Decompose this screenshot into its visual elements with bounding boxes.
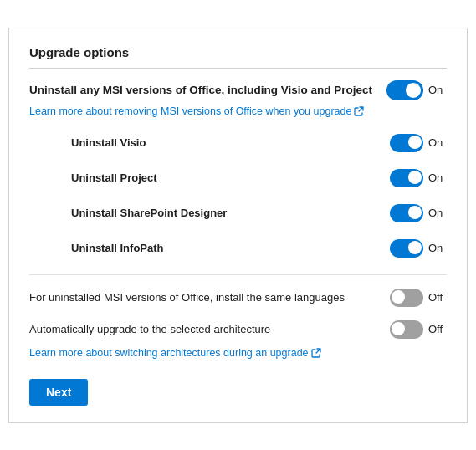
learn-more-text-2: Learn more about switching architectures… xyxy=(29,347,309,359)
sub-toggle-knob-project xyxy=(408,171,422,184)
sub-toggle-group-project: On xyxy=(390,169,447,187)
next-button[interactable]: Next xyxy=(29,379,88,406)
sub-toggle-group-sharepoint: On xyxy=(390,204,447,222)
sub-toggle-status-visio: On xyxy=(428,136,447,149)
bottom-toggle-architecture[interactable] xyxy=(390,320,423,339)
main-toggle[interactable] xyxy=(386,80,423,100)
sub-toggle-knob-visio xyxy=(408,136,422,149)
bottom-toggle-group-languages: Off xyxy=(390,289,447,307)
sub-option-label-visio: Uninstall Visio xyxy=(71,136,146,149)
sub-toggle-group-infopath: On xyxy=(390,239,447,258)
learn-more-anchor-1[interactable]: Learn more about removing MSI versions o… xyxy=(29,105,364,117)
bottom-toggle-knob-architecture xyxy=(392,322,405,335)
main-toggle-knob xyxy=(406,83,421,98)
bottom-toggle-status-architecture: Off xyxy=(428,323,447,335)
sub-option-row-visio: Uninstall Visio On xyxy=(71,125,447,161)
bottom-toggle-group-architecture: Off xyxy=(390,320,447,339)
sub-option-row-sharepoint: Uninstall SharePoint Designer On xyxy=(71,196,447,231)
bottom-option-label-languages: For uninstalled MSI versions of Office, … xyxy=(29,291,389,304)
sub-toggle-status-infopath: On xyxy=(428,242,447,254)
bottom-toggle-status-languages: Off xyxy=(428,291,447,304)
sub-option-label-project: Uninstall Project xyxy=(71,171,157,184)
bottom-option-row-architecture: Automatically upgrade to the selected ar… xyxy=(29,314,447,345)
page-title: Upgrade options xyxy=(29,45,447,69)
sub-option-row-infopath: Uninstall InfoPath On xyxy=(71,231,447,266)
sub-toggle-group-visio: On xyxy=(390,134,447,152)
sub-toggle-knob-sharepoint xyxy=(408,206,422,219)
sub-option-label-infopath: Uninstall InfoPath xyxy=(71,242,164,254)
sub-toggle-project[interactable] xyxy=(390,169,423,187)
sub-toggle-sharepoint[interactable] xyxy=(390,204,423,222)
main-toggle-group: On xyxy=(386,80,447,100)
main-toggle-status: On xyxy=(428,84,447,96)
external-link-icon-1 xyxy=(354,106,364,116)
sub-option-label-sharepoint: Uninstall SharePoint Designer xyxy=(71,207,227,219)
bottom-toggle-knob-languages xyxy=(392,290,405,304)
sub-options-container: Uninstall Visio On Uninstall Project On … xyxy=(71,125,447,266)
bottom-option-label-architecture: Automatically upgrade to the selected ar… xyxy=(29,323,389,335)
main-option-label: Uninstall any MSI versions of Office, in… xyxy=(29,84,381,96)
next-button-container: Next xyxy=(29,367,447,406)
sub-toggle-status-project: On xyxy=(428,171,447,184)
sub-option-row-project: Uninstall Project On xyxy=(71,161,447,196)
sub-toggle-visio[interactable] xyxy=(390,134,423,152)
sub-toggle-infopath[interactable] xyxy=(390,239,423,258)
sub-toggle-knob-infopath xyxy=(408,241,422,254)
bottom-options-container: For uninstalled MSI versions of Office, … xyxy=(29,282,447,345)
learn-more-anchor-2[interactable]: Learn more about switching architectures… xyxy=(29,347,321,359)
bottom-option-row-languages: For uninstalled MSI versions of Office, … xyxy=(29,282,447,314)
learn-more-link-1[interactable]: Learn more about removing MSI versions o… xyxy=(29,104,447,125)
sub-toggle-status-sharepoint: On xyxy=(428,207,447,219)
learn-more-text-1: Learn more about removing MSI versions o… xyxy=(29,105,351,117)
main-option-row: Uninstall any MSI versions of Office, in… xyxy=(29,80,447,100)
upgrade-options-card: Upgrade options Uninstall any MSI versio… xyxy=(8,28,468,423)
external-link-icon-2 xyxy=(311,348,321,358)
divider xyxy=(29,274,447,275)
bottom-toggle-languages[interactable] xyxy=(390,289,423,307)
